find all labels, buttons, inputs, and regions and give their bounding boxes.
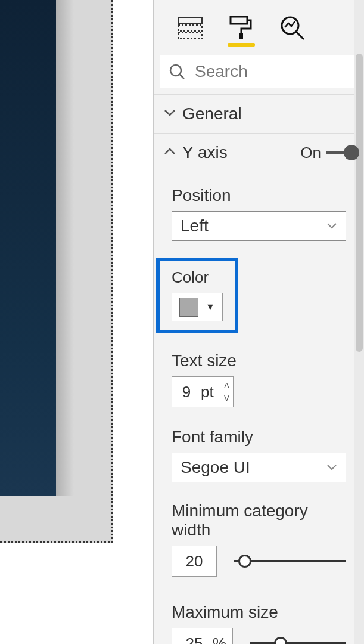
search-icon (169, 63, 185, 80)
text-size-unit: pt (201, 383, 220, 401)
section-y-axis[interactable]: Y axis On (154, 133, 364, 172)
chevron-down-icon (326, 222, 337, 230)
svg-point-7 (170, 65, 181, 76)
search-input[interactable] (194, 61, 349, 82)
fields-tab[interactable] (176, 17, 204, 39)
max-size-slider[interactable] (250, 636, 346, 644)
spinner-down[interactable]: ᐯ (220, 392, 233, 404)
section-general-title: General (182, 104, 357, 123)
position-value: Left (181, 216, 209, 236)
fields-icon (178, 17, 203, 39)
svg-line-6 (296, 32, 304, 39)
svg-line-8 (180, 75, 184, 79)
max-size-row: % (172, 628, 346, 644)
svg-rect-2 (178, 33, 202, 39)
font-family-label: Font family (172, 428, 346, 447)
visual-shadow (56, 0, 74, 496)
chevron-down-icon (326, 464, 337, 471)
analytics-tab[interactable] (279, 16, 306, 41)
color-highlight-box: Color ▼ (156, 258, 238, 333)
color-label: Color (172, 268, 223, 287)
search-wrapper (160, 55, 358, 88)
spinner-buttons: ᐱ ᐯ (220, 379, 233, 404)
text-size-spinner[interactable]: pt ᐱ ᐯ (172, 376, 234, 407)
position-select[interactable]: Left (172, 211, 346, 241)
caret-down-icon: ▼ (206, 302, 215, 312)
font-family-value: Segoe UI (181, 458, 250, 477)
min-cat-width-box[interactable] (172, 546, 217, 577)
y-axis-toggle[interactable]: On (300, 144, 357, 162)
canvas-page (0, 0, 113, 543)
chevron-up-icon (163, 147, 176, 158)
section-y-axis-title: Y axis (182, 143, 300, 162)
format-pane: General Y axis On Position Left Color (153, 0, 364, 644)
toggle-track (326, 151, 357, 154)
text-size-input[interactable] (172, 382, 201, 402)
active-tab-underline (228, 43, 255, 47)
report-canvas (0, 0, 153, 644)
color-swatch (179, 298, 198, 317)
svg-rect-3 (231, 17, 247, 24)
font-family-select[interactable]: Segoe UI (172, 453, 346, 482)
section-general[interactable]: General (154, 94, 364, 133)
y-axis-body: Position Left Color ▼ Text size pt ᐱ (154, 172, 364, 644)
svg-rect-1 (178, 25, 202, 31)
format-tab-strip (154, 0, 364, 50)
toggle-knob (344, 145, 359, 160)
spinner-up[interactable]: ᐱ (220, 379, 233, 392)
pane-scrollbar[interactable] (354, 0, 364, 644)
svg-rect-0 (178, 17, 202, 23)
slider-knob[interactable] (274, 637, 287, 644)
svg-rect-4 (239, 33, 243, 39)
text-size-label: Text size (172, 351, 346, 370)
format-tab[interactable] (228, 16, 255, 41)
pane-scrollbar-thumb[interactable] (356, 54, 363, 352)
y-axis-toggle-label: On (300, 144, 321, 162)
max-size-label: Maximum size (172, 603, 346, 622)
min-cat-width-input[interactable] (178, 552, 210, 571)
chevron-down-icon (163, 109, 176, 119)
paint-roller-icon (229, 16, 253, 41)
min-cat-width-label: Minimum category width (172, 501, 346, 540)
min-cat-width-row (172, 546, 346, 577)
min-cat-width-slider[interactable] (234, 553, 346, 569)
position-label: Position (172, 186, 346, 205)
color-picker[interactable]: ▼ (172, 293, 223, 321)
search-box[interactable] (160, 55, 358, 88)
analytics-icon (280, 16, 305, 41)
max-size-box[interactable]: % (172, 628, 233, 644)
max-size-unit: % (210, 634, 226, 645)
visual-placeholder[interactable] (0, 0, 56, 496)
max-size-input[interactable] (178, 634, 210, 645)
slider-knob[interactable] (238, 555, 251, 568)
